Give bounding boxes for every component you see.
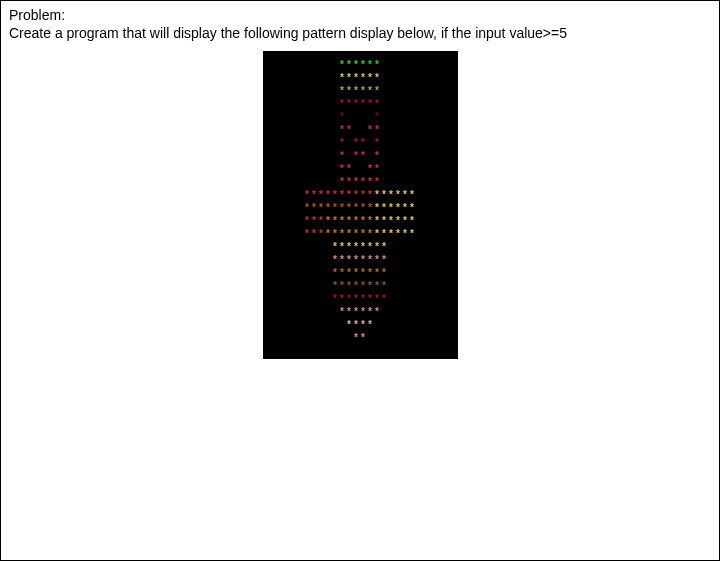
pattern-row: **************** [263,189,458,202]
pattern-segment: ** [353,332,367,345]
pattern-segment: ******** [332,293,388,306]
pattern-segment: ******** [332,280,388,293]
pattern-row: ** ** [263,163,458,176]
pattern-row: **** [263,319,458,332]
pattern-segment: ******* [325,228,374,241]
pattern-segment: ****** [374,189,416,202]
pattern-row: * * [263,111,458,124]
pattern-row: ****** [263,85,458,98]
pattern-row: * ** * [263,150,458,163]
pattern-segment: ****** [374,215,416,228]
pattern-row: ******** [263,280,458,293]
pattern-row: ******** [263,267,458,280]
pattern-row: **************** [263,215,458,228]
pattern-segment: *** [304,228,325,241]
pattern-segment: ****** [374,228,416,241]
pattern-segment: ******** [332,241,388,254]
pattern-segment: * * [339,111,381,124]
pattern-row: ** [263,332,458,345]
pattern-segment: ********** [304,189,374,202]
pattern-segment: ******** [332,267,388,280]
problem-label: Problem: [9,7,711,23]
console-output: ************************* *** *** ** ** … [263,51,458,359]
pattern-segment: * ** * [339,137,381,150]
pattern-row: ******** [263,254,458,267]
pattern-segment: ** ** [339,163,381,176]
pattern-row: ****** [263,59,458,72]
pattern-row: **************** [263,202,458,215]
pattern-segment: ****** [339,98,381,111]
pattern-row: ******** [263,241,458,254]
problem-text: Create a program that will display the f… [9,25,711,41]
pattern-segment: ** ** [339,124,381,137]
pattern-row: ******** [263,293,458,306]
pattern-segment: ****** [339,59,381,72]
pattern-segment: ****** [339,72,381,85]
pattern-segment: ******* [325,215,374,228]
pattern-segment: *** [304,215,325,228]
pattern-row: ****** [263,72,458,85]
pattern-row: ****** [263,176,458,189]
pattern-row: * ** * [263,137,458,150]
pattern-segment: ******** [332,254,388,267]
pattern-segment: ****** [339,85,381,98]
pattern-segment: ****** [374,202,416,215]
pattern-segment: ****** [339,306,381,319]
pattern-row: ****** [263,306,458,319]
console-wrapper: ************************* *** *** ** ** … [9,51,711,359]
pattern-row: **************** [263,228,458,241]
page-container: Problem: Create a program that will disp… [0,0,720,561]
pattern-segment: ********** [304,202,374,215]
pattern-row: ** ** [263,124,458,137]
pattern-segment: * ** * [339,150,381,163]
pattern-segment: ****** [339,176,381,189]
pattern-row: ****** [263,98,458,111]
pattern-segment: **** [346,319,374,332]
